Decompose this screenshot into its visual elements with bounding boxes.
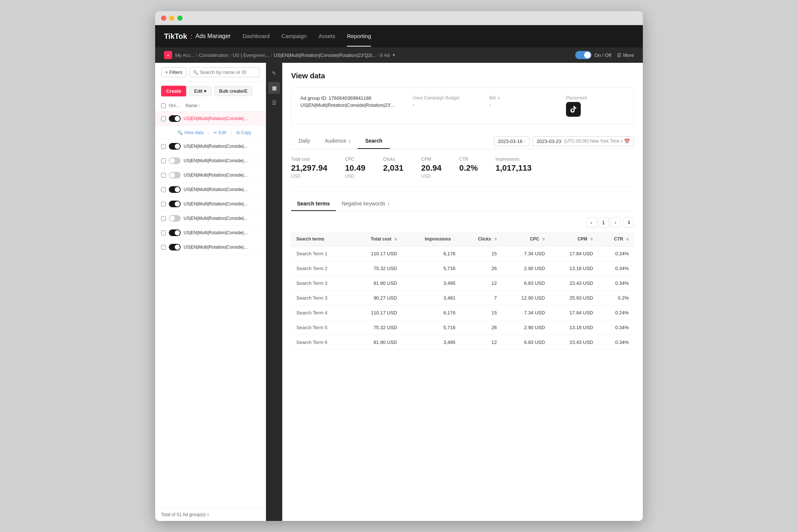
calendar-icon[interactable]: 📅 — [624, 139, 630, 144]
close-button[interactable] — [161, 16, 166, 21]
breadcrumb-adcount[interactable]: 8 Ad — [380, 52, 390, 58]
bulk-button[interactable]: Bulk create/E — [214, 86, 252, 96]
tab-audience[interactable]: Audience ℹ — [317, 133, 358, 149]
row-1-toggle[interactable] — [169, 115, 181, 122]
date-end-input[interactable]: 2023-03-23 (UTC-05:00) New York Time ℹ 📅 — [532, 136, 634, 146]
row-4-name[interactable]: US|EN|Multi|Rotation|Conside|... — [184, 173, 260, 178]
nav-dashboard[interactable]: Dashboard — [242, 26, 269, 47]
create-button[interactable]: Create — [161, 86, 186, 96]
row-4-toggle[interactable] — [169, 172, 181, 178]
row-3-toggle[interactable] — [169, 157, 181, 164]
col-header-cost[interactable]: Total cost ⇅ — [350, 232, 402, 246]
subtab-search-terms[interactable]: Search terms — [291, 197, 336, 211]
table-row-3: Search Term 3 81.90 USD 3,495 12 6.83 US… — [291, 276, 634, 291]
download-button[interactable]: ⬇ — [624, 217, 634, 228]
pencil-icon-panel[interactable]: ✎ — [268, 67, 280, 79]
page-prev-button[interactable]: ‹ — [586, 217, 597, 228]
stat-cpm: CPM 20.94 USD — [421, 157, 441, 179]
row-9-name[interactable]: US|EN|Multi|Rotation|Conside|... — [184, 245, 260, 250]
date-start-input[interactable]: 2023-03-16 › — [494, 136, 530, 146]
col-header-cpc[interactable]: CPC ⇅ — [502, 232, 550, 246]
row-6-name[interactable]: US|EN|Multi|Rotation|Conside|... — [184, 201, 260, 207]
tab-daily[interactable]: Daily — [291, 133, 317, 149]
row-5-checkbox[interactable] — [161, 187, 166, 192]
row-8-checkbox[interactable] — [161, 231, 166, 235]
edit-label: Edit — [194, 88, 202, 94]
row-5-name[interactable]: US|EN|Multi|Rotation|Conside|... — [184, 187, 260, 192]
on-off-toggle[interactable]: On / Off — [575, 51, 611, 59]
budget-value: - — [413, 102, 471, 108]
stat-impressions-label: Impressions — [495, 157, 532, 162]
row-7-toggle[interactable] — [169, 215, 181, 222]
row-6-checkbox[interactable] — [161, 202, 166, 207]
cell-impressions-1: 6,176 — [402, 246, 461, 261]
filter-button[interactable]: + Filters — [161, 67, 187, 77]
row-2-name[interactable]: US|EN|Multi|Rotation|Conside|... — [184, 144, 260, 149]
page-next-button[interactable]: › — [610, 217, 621, 228]
stat-cpc-label: CPC — [345, 157, 365, 162]
cell-cost-7: 81.90 USD — [350, 335, 402, 350]
sidebar-row-1: US|EN|Multi|Rotation|Conside|... — [155, 112, 266, 126]
col-header-term[interactable]: Search terms — [291, 232, 350, 246]
row-5-toggle[interactable] — [169, 186, 181, 193]
subtab-negative-keywords[interactable]: Negative keywords ℹ — [336, 197, 395, 211]
row-3-name[interactable]: US|EN|Multi|Rotation|Conside|... — [184, 158, 260, 163]
row-8-name[interactable]: US|EN|Multi|Rotation|Conside|... — [184, 230, 260, 235]
more-button[interactable]: ☰ More — [617, 52, 634, 58]
nav-assets[interactable]: Assets — [318, 26, 335, 47]
row-9-toggle[interactable] — [169, 244, 181, 250]
breadcrumb-adgroup[interactable]: US|EN|Multi|Rotation|Conside|Rotation|23… — [274, 52, 376, 58]
nav-reporting[interactable]: Reporting — [347, 26, 371, 47]
page-title: View data — [291, 72, 634, 80]
cell-cpc-6: 2.90 USD — [502, 320, 550, 335]
breadcrumb-consideration[interactable]: Consideration — [199, 52, 228, 58]
row-3-checkbox[interactable] — [161, 158, 166, 163]
chart-icon-panel[interactable]: ▦ — [268, 82, 280, 94]
breadcrumb-account[interactable]: My Acc... — [175, 52, 195, 58]
col-header-cpm[interactable]: CPM ⇅ — [550, 232, 598, 246]
logo-tiktok: TikTok — [164, 32, 187, 41]
table-row-6: Search Term 5 75.32 USD 5,716 26 2.90 US… — [291, 320, 634, 335]
cell-cpm-1: 17.84 USD — [550, 246, 598, 261]
edit-button[interactable]: Edit ▾ — [189, 86, 211, 96]
cell-ctr-2: 0.34% — [598, 261, 634, 276]
row-2-toggle[interactable] — [169, 143, 181, 150]
row-1-name[interactable]: US|EN|Multi|Rotation|Conside|... — [184, 116, 260, 121]
minimize-button[interactable] — [169, 16, 174, 21]
row-8-toggle[interactable] — [169, 229, 181, 236]
row-1-checkbox[interactable] — [161, 116, 166, 121]
sidebar-row-2: US|EN|Multi|Rotation|Conside|... — [155, 139, 266, 154]
row-7-checkbox[interactable] — [161, 216, 166, 221]
row-4-checkbox[interactable] — [161, 173, 166, 178]
edit-link[interactable]: ✏ Edit — [214, 130, 226, 135]
maximize-button[interactable] — [177, 16, 183, 21]
col-header-ctr[interactable]: CTR ⇅ — [598, 232, 634, 246]
row-6-toggle[interactable] — [169, 201, 181, 207]
col-name: Name ↕ — [185, 103, 200, 108]
col-header-impressions[interactable]: Impressions ↓ — [402, 232, 461, 246]
sidebar: + Filters 🔍 Create Edit ▾ Bulk create/E — [155, 63, 266, 521]
ad-group-id: Ad group ID: 1760640369841186 — [300, 95, 395, 101]
list-icon-panel[interactable]: ☰ — [268, 97, 280, 109]
tab-search[interactable]: Search — [358, 133, 390, 149]
view-data-link[interactable]: 🔍 View data — [177, 130, 204, 135]
cell-cpc-1: 7.34 USD — [502, 246, 550, 261]
cell-clicks-6: 26 — [461, 320, 502, 335]
copy-link[interactable]: ⧉ Copy — [236, 130, 251, 135]
search-input[interactable] — [200, 69, 256, 75]
edit-chevron-icon: ▾ — [204, 88, 207, 94]
cell-clicks-4: 7 — [461, 291, 502, 306]
row-2-checkbox[interactable] — [161, 144, 166, 149]
select-all-checkbox[interactable] — [161, 103, 166, 108]
row-9-thumb — [175, 245, 180, 250]
toggle-track[interactable] — [575, 51, 591, 59]
ad-info-budget-section: Uses Campaign Budget - — [413, 95, 471, 108]
row-9-checkbox[interactable] — [161, 245, 166, 250]
nav-campaign[interactable]: Campaign — [282, 26, 307, 47]
col-header-clicks[interactable]: Clicks ⇅ — [461, 232, 502, 246]
main-area: + Filters 🔍 Create Edit ▾ Bulk create/E — [155, 63, 643, 521]
breadcrumb-us-evergreen[interactable]: US | Evergreen... — [233, 52, 269, 58]
row-7-name[interactable]: US|EN|Multi|Rotation|Conside|... — [184, 216, 260, 221]
breadcrumb-dropdown-button[interactable]: ▾ — [393, 52, 395, 58]
breadcrumb-close-button[interactable]: × — [164, 51, 172, 59]
